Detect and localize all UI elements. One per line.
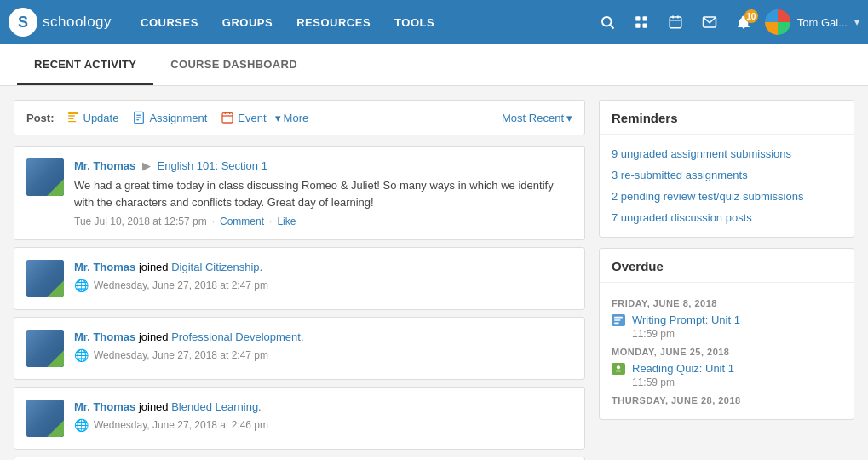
- nav-tools[interactable]: TOOLS: [382, 16, 446, 29]
- tab-bar: RECENT ACTIVITY COURSE DASHBOARD: [0, 44, 868, 86]
- activity-header: Mr. Thomas joined Digital Citizenship.: [74, 260, 572, 275]
- search-button[interactable]: [595, 11, 620, 33]
- most-recent-label: Most Recent: [502, 112, 564, 124]
- joined-text: joined: [139, 400, 171, 413]
- user-link[interactable]: Mr. Thomas: [74, 261, 135, 273]
- calendar-button[interactable]: [663, 11, 688, 33]
- globe-icon: 🌐: [74, 348, 89, 362]
- activity-content: Mr. Thomas joined Blended Learning. 🌐 We…: [74, 400, 572, 437]
- overdue-item: Reading Quiz: Unit 1 11:59 pm: [612, 362, 842, 388]
- meta-separator: ·: [269, 216, 272, 227]
- svg-rect-23: [614, 317, 623, 319]
- activity-header: Mr. Thomas joined Blended Learning.: [74, 400, 572, 415]
- reminder-item[interactable]: 2 pending review test/quiz submissions: [600, 186, 854, 207]
- like-link[interactable]: Like: [277, 216, 296, 227]
- overdue-date-3: THURSDAY, JUNE 28, 2018: [612, 395, 842, 405]
- overdue-item-link[interactable]: Reading Quiz: Unit 1: [632, 362, 734, 375]
- activity-meta: 🌐 Wednesday, June 27, 2018 at 2:47 pm: [74, 279, 572, 292]
- reminders-list: 9 ungraded assignment submissions 3 re-s…: [600, 135, 854, 237]
- overdue-content: FRIDAY, JUNE 8, 2018 Writing Prompt: Uni…: [600, 283, 854, 419]
- grid-button[interactable]: [629, 11, 654, 33]
- post-update-btn[interactable]: Update: [61, 109, 124, 126]
- svg-rect-24: [614, 319, 621, 321]
- comment-link[interactable]: Comment: [220, 216, 264, 227]
- group-link[interactable]: Professional Development.: [171, 331, 303, 343]
- reminder-item[interactable]: 3 re-submitted assignments: [600, 164, 854, 186]
- activity-meta: Tue Jul 10, 2018 at 12:57 pm · Comment ·…: [74, 216, 572, 227]
- activity-content: Mr. Thomas joined Digital Citizenship. 🌐…: [74, 260, 572, 297]
- reminders-title: Reminders: [600, 101, 854, 135]
- assignment-label: Assignment: [149, 112, 207, 124]
- nav-groups[interactable]: GROUPS: [210, 16, 285, 29]
- main-layout: Post: Update Assignment Event ▾ More: [0, 86, 868, 460]
- svg-rect-2: [635, 16, 640, 20]
- course-link[interactable]: English 101: Section 1: [158, 159, 267, 172]
- svg-rect-5: [642, 24, 647, 28]
- post-assignment-btn[interactable]: Assignment: [127, 109, 212, 126]
- svg-rect-13: [68, 118, 74, 119]
- post-label: Post:: [26, 112, 55, 124]
- svg-rect-14: [68, 121, 76, 122]
- user-link[interactable]: Mr. Thomas: [74, 400, 135, 413]
- svg-rect-4: [635, 24, 640, 28]
- chevron-down-icon: ▾: [854, 16, 859, 28]
- overdue-item-details: Reading Quiz: Unit 1 11:59 pm: [632, 362, 734, 388]
- most-recent-sort[interactable]: Most Recent ▾: [502, 112, 572, 124]
- reminder-item[interactable]: 9 ungraded assignment submissions: [600, 143, 854, 164]
- nav-icons: 10 Tom Gal... ▾: [595, 9, 859, 35]
- overdue-item: Writing Prompt: Unit 1 11:59 pm: [612, 313, 842, 340]
- more-button[interactable]: ▾ More: [275, 112, 309, 124]
- writing-icon: [612, 314, 625, 326]
- svg-point-26: [617, 365, 620, 369]
- nav-links: COURSES GROUPS RESOURCES TOOLS: [129, 16, 595, 29]
- notifications-button[interactable]: 10: [731, 11, 756, 33]
- activity-item: Mr. Thomas ▶ English 101: Section 1 We h…: [14, 146, 585, 240]
- activity-header: Mr. Thomas ▶ English 101: Section 1: [74, 158, 572, 174]
- post-event-btn[interactable]: Event: [216, 109, 271, 126]
- overdue-date-2: MONDAY, JUNE 25, 2018: [612, 347, 842, 357]
- joined-text: joined: [139, 331, 171, 343]
- logo-area[interactable]: S schoology: [9, 8, 112, 37]
- svg-line-1: [610, 25, 613, 28]
- left-column: Post: Update Assignment Event ▾ More: [14, 100, 585, 460]
- more-label: More: [284, 112, 309, 124]
- user-menu[interactable]: Tom Gal... ▾: [765, 9, 859, 35]
- activity-content: Mr. Thomas joined Professional Developme…: [74, 330, 572, 367]
- user-link[interactable]: Mr. Thomas: [74, 159, 135, 172]
- mail-button[interactable]: [697, 11, 722, 33]
- reminder-item[interactable]: 7 ungraded discussion posts: [600, 207, 854, 228]
- svg-rect-25: [614, 323, 619, 325]
- tab-course-dashboard[interactable]: COURSE DASHBOARD: [153, 44, 314, 85]
- group-link[interactable]: Blended Learning.: [171, 400, 262, 413]
- post-bar: Post: Update Assignment Event ▾ More: [14, 100, 585, 135]
- activity-timestamp: Wednesday, June 27, 2018 at 2:47 pm: [94, 349, 268, 361]
- post-bar-left: Post: Update Assignment Event ▾ More: [26, 109, 308, 126]
- activity-item: Mr. Thomas joined Blended Learning. 🌐 We…: [14, 387, 585, 450]
- nav-courses[interactable]: COURSES: [129, 16, 210, 29]
- reminders-section: Reminders 9 ungraded assignment submissi…: [599, 100, 854, 238]
- logo-icon: S: [9, 8, 37, 37]
- svg-rect-3: [642, 16, 647, 20]
- quiz-icon: [612, 363, 625, 375]
- globe-icon: 🌐: [74, 418, 89, 432]
- activity-timestamp: Tue Jul 10, 2018 at 12:57 pm: [74, 216, 207, 227]
- overdue-title: Overdue: [600, 249, 854, 283]
- nav-resources[interactable]: RESOURCES: [285, 16, 382, 29]
- avatar: [26, 260, 64, 297]
- user-name: Tom Gal...: [797, 16, 848, 29]
- avatar: [26, 158, 64, 196]
- event-label: Event: [238, 112, 266, 124]
- tab-recent-activity[interactable]: RECENT ACTIVITY: [17, 44, 153, 85]
- activity-item: Mr. Thomas joined Schoology Educators. 🌐…: [14, 457, 585, 460]
- svg-rect-11: [68, 112, 78, 114]
- user-link[interactable]: Mr. Thomas: [74, 331, 135, 343]
- overdue-section: Overdue FRIDAY, JUNE 8, 2018 Writing Pro…: [599, 248, 854, 420]
- notification-badge: 10: [744, 9, 758, 23]
- group-link[interactable]: Digital Citizenship.: [171, 261, 262, 273]
- overdue-item-link[interactable]: Writing Prompt: Unit 1: [632, 313, 740, 326]
- arrow-icon: ▶: [142, 159, 154, 172]
- overdue-item-time: 11:59 pm: [632, 328, 675, 340]
- activity-timestamp: Wednesday, June 27, 2018 at 2:46 pm: [94, 419, 268, 431]
- svg-rect-12: [68, 115, 75, 116]
- top-nav: S schoology COURSES GROUPS RESOURCES TOO…: [0, 0, 868, 44]
